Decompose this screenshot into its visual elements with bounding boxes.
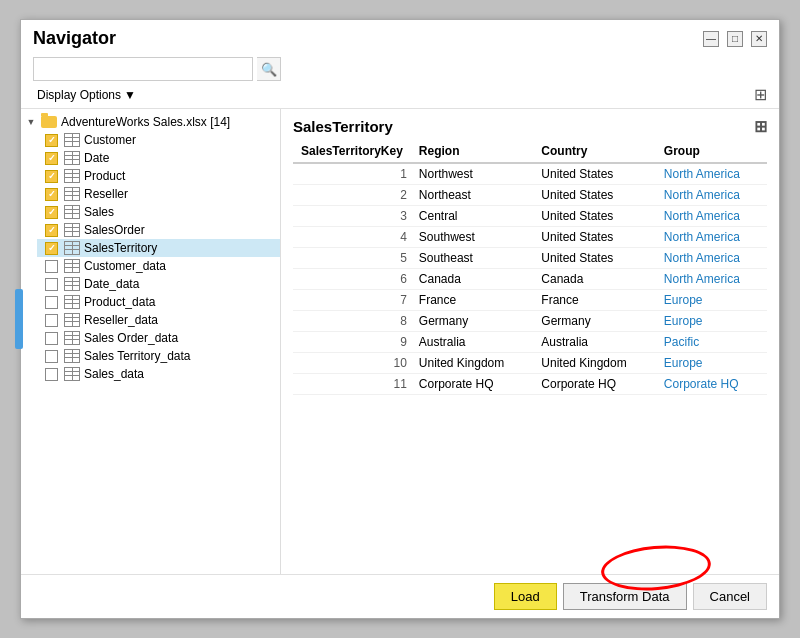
tree-item-salesorder[interactable]: SalesOrder [37, 221, 280, 239]
close-icon: ✕ [755, 33, 763, 44]
cell-country: Corporate HQ [533, 374, 655, 395]
cell-group: Europe [656, 311, 767, 332]
item-label-reseller: Reseller [84, 187, 276, 201]
cell-region: Australia [411, 332, 533, 353]
tree-item-salesterritory[interactable]: SalesTerritory [37, 239, 280, 257]
checkbox-reseller[interactable] [45, 188, 58, 201]
search-icon: 🔍 [261, 62, 277, 77]
table-icon-product [64, 169, 80, 183]
item-label-customer: Customer [84, 133, 276, 147]
item-label-product-data: Product_data [84, 295, 276, 309]
table-icon-customer-data [64, 259, 80, 273]
checkbox-salesorder-data[interactable] [45, 332, 58, 345]
checkbox-salesterritory[interactable] [45, 242, 58, 255]
cell-group: North America [656, 269, 767, 290]
checkbox-salesorder[interactable] [45, 224, 58, 237]
cell-country: Germany [533, 311, 655, 332]
checkbox-product-data[interactable] [45, 296, 58, 309]
tree-item-customer-data[interactable]: Customer_data [37, 257, 280, 275]
transform-data-button[interactable]: Transform Data [563, 583, 687, 610]
body-area: ▼ AdventureWorks Sales.xlsx [14] Custome… [21, 108, 779, 574]
toolbar-row: Display Options ▼ ⊞ [21, 83, 779, 108]
table-row: 4SouthwestUnited StatesNorth America [293, 227, 767, 248]
cell-region: Central [411, 206, 533, 227]
checkbox-product[interactable] [45, 170, 58, 183]
new-source-icon[interactable]: ⊞ [754, 85, 767, 104]
tree-item-sales-data[interactable]: Sales_data [37, 365, 280, 383]
cell-key: 8 [293, 311, 411, 332]
cell-region: Canada [411, 269, 533, 290]
tree-item-customer[interactable]: Customer [37, 131, 280, 149]
item-label-product: Product [84, 169, 276, 183]
checkbox-date[interactable] [45, 152, 58, 165]
display-options-label: Display Options [37, 88, 121, 102]
window-controls: — □ ✕ [703, 31, 767, 47]
chevron-down-icon: ▼ [124, 88, 136, 102]
preview-title-row: SalesTerritory ⊞ [281, 109, 779, 140]
tree-item-sales[interactable]: Sales [37, 203, 280, 221]
item-label-salesorder-data: Sales Order_data [84, 331, 276, 345]
cell-region: Southwest [411, 227, 533, 248]
cell-key: 10 [293, 353, 411, 374]
cell-key: 4 [293, 227, 411, 248]
checkbox-date-data[interactable] [45, 278, 58, 291]
table-icon-date [64, 151, 80, 165]
checkbox-customer[interactable] [45, 134, 58, 147]
cell-country: Australia [533, 332, 655, 353]
cell-group: North America [656, 248, 767, 269]
restore-button[interactable]: □ [727, 31, 743, 47]
cell-group: Corporate HQ [656, 374, 767, 395]
table-icon-salesorder [64, 223, 80, 237]
item-label-date-data: Date_data [84, 277, 276, 291]
left-edge-indicator [15, 289, 23, 349]
minimize-icon: — [706, 33, 716, 44]
preview-icon: ⊞ [754, 117, 767, 136]
tree-item-product-data[interactable]: Product_data [37, 293, 280, 311]
preview-title-text: SalesTerritory [293, 118, 393, 135]
table-row: 11Corporate HQCorporate HQCorporate HQ [293, 374, 767, 395]
search-input[interactable] [33, 57, 253, 81]
cancel-button[interactable]: Cancel [693, 583, 767, 610]
checkbox-sales-data[interactable] [45, 368, 58, 381]
col-header-country: Country [533, 140, 655, 163]
cell-region: France [411, 290, 533, 311]
tree-item-reseller-data[interactable]: Reseller_data [37, 311, 280, 329]
cell-country: Canada [533, 269, 655, 290]
checkbox-reseller-data[interactable] [45, 314, 58, 327]
cell-region: United Kingdom [411, 353, 533, 374]
cell-group: North America [656, 185, 767, 206]
cell-group: North America [656, 227, 767, 248]
item-label-salesterritory-data: Sales Territory_data [84, 349, 276, 363]
close-button[interactable]: ✕ [751, 31, 767, 47]
tree-item-salesterritory-data[interactable]: Sales Territory_data [37, 347, 280, 365]
search-button[interactable]: 🔍 [257, 57, 281, 81]
tree-item-salesorder-data[interactable]: Sales Order_data [37, 329, 280, 347]
table-icon-salesterritory-data [64, 349, 80, 363]
cell-key: 1 [293, 163, 411, 185]
search-area: 🔍 [21, 53, 779, 83]
checkbox-customer-data[interactable] [45, 260, 58, 273]
table-icon-sales [64, 205, 80, 219]
cell-country: United Kingdom [533, 353, 655, 374]
tree-item-date-data[interactable]: Date_data [37, 275, 280, 293]
minimize-button[interactable]: — [703, 31, 719, 47]
tree-item-date[interactable]: Date [37, 149, 280, 167]
checkbox-sales[interactable] [45, 206, 58, 219]
checkbox-salesterritory-data[interactable] [45, 350, 58, 363]
tree-root-item[interactable]: ▼ AdventureWorks Sales.xlsx [14] [21, 113, 280, 131]
item-label-date: Date [84, 151, 276, 165]
tree-item-reseller[interactable]: Reseller [37, 185, 280, 203]
display-options-button[interactable]: Display Options ▼ [33, 86, 140, 104]
cell-group: North America [656, 206, 767, 227]
item-label-salesterritory: SalesTerritory [84, 241, 276, 255]
load-button[interactable]: Load [494, 583, 557, 610]
item-label-reseller-data: Reseller_data [84, 313, 276, 327]
table-row: 1NorthwestUnited StatesNorth America [293, 163, 767, 185]
cell-key: 6 [293, 269, 411, 290]
cell-country: United States [533, 248, 655, 269]
title-bar: Navigator — □ ✕ [21, 20, 779, 53]
tree-item-product[interactable]: Product [37, 167, 280, 185]
data-table-container: SalesTerritoryKey Region Country Group 1… [281, 140, 779, 574]
left-panel: ▼ AdventureWorks Sales.xlsx [14] Custome… [21, 109, 281, 574]
item-label-sales: Sales [84, 205, 276, 219]
